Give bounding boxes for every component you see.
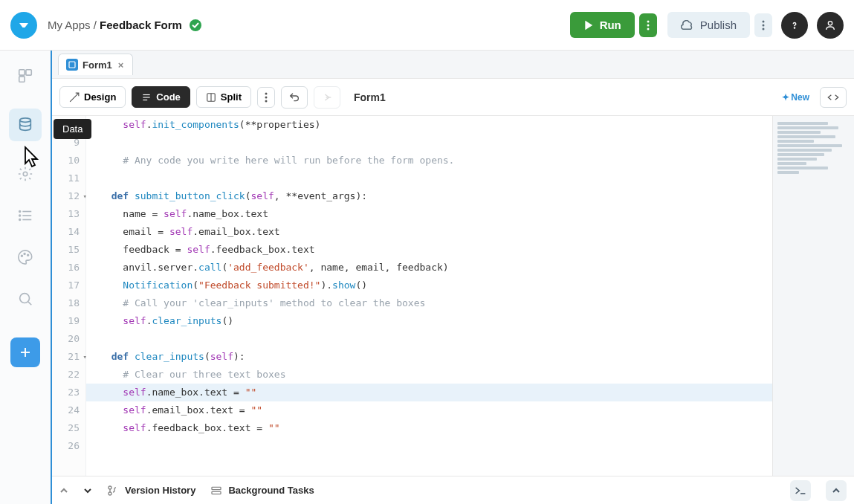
- header: My Apps / Feedback Form Run Publish: [0, 0, 854, 51]
- split-button[interactable]: Split: [196, 86, 251, 108]
- svg-point-21: [22, 255, 23, 256]
- help-button[interactable]: [781, 12, 808, 39]
- svg-point-6: [763, 24, 765, 26]
- code-line[interactable]: # Any code you write here will run befor…: [86, 152, 772, 169]
- design-button[interactable]: Design: [59, 86, 126, 108]
- expand-up-button[interactable]: [826, 480, 847, 501]
- svg-point-22: [24, 253, 25, 255]
- gutter-line: 17: [52, 277, 80, 294]
- gutter-line: 21: [52, 348, 80, 366]
- code-line[interactable]: self.clear_inputs(): [86, 312, 772, 330]
- breadcrumb-app-name[interactable]: Feedback Form: [100, 19, 182, 31]
- svg-point-14: [23, 172, 28, 176]
- breadcrumb-root[interactable]: My Apps: [48, 19, 91, 31]
- sidebar-list-icon[interactable]: [16, 207, 34, 224]
- code-line[interactable]: def submit_button_click(self, **event_ar…: [86, 187, 772, 205]
- svg-point-24: [20, 294, 30, 303]
- publish-menu-button[interactable]: [754, 13, 772, 37]
- tab-form1[interactable]: Form1 ×: [58, 54, 133, 75]
- code-line[interactable]: [86, 134, 772, 152]
- run-button[interactable]: Run: [570, 12, 635, 38]
- gutter-line: 24: [52, 401, 80, 419]
- form-icon: [66, 59, 78, 71]
- tab-close-icon[interactable]: ×: [117, 59, 126, 71]
- sidebar-data-icon[interactable]: [9, 109, 42, 141]
- code-line[interactable]: feedback = self.feedback_box.text: [86, 241, 772, 259]
- gutter-line: 16: [52, 259, 80, 277]
- code-line[interactable]: [86, 169, 772, 187]
- svg-point-35: [265, 96, 268, 98]
- status-check-icon: [190, 19, 201, 31]
- gutter-line: 19: [52, 312, 80, 330]
- sidebar-settings-icon[interactable]: [16, 165, 34, 183]
- code-line[interactable]: # Call your 'clear_inputs' method to cle…: [86, 294, 772, 312]
- code-area[interactable]: self.init_components(**properties) # Any…: [86, 116, 772, 476]
- gutter-line: 20: [52, 330, 80, 348]
- sidebar-add-button[interactable]: [10, 337, 40, 367]
- svg-point-8: [794, 27, 795, 28]
- sidebar-search-icon[interactable]: [16, 290, 34, 308]
- collapse-up-icon[interactable]: [59, 486, 68, 495]
- svg-point-7: [763, 28, 765, 30]
- code-line[interactable]: [86, 437, 772, 455]
- svg-point-23: [28, 254, 29, 256]
- svg-line-25: [28, 302, 31, 305]
- code-line[interactable]: [86, 330, 772, 348]
- toolbar-more-button[interactable]: [257, 87, 275, 108]
- gutter: 91011121314151617181920212223242526: [52, 116, 86, 476]
- code-line[interactable]: def clear_inputs(self):: [86, 348, 772, 366]
- gutter-line: 15: [52, 241, 80, 259]
- breadcrumb: My Apps / Feedback Form: [48, 19, 182, 31]
- code-line[interactable]: self.email_box.text = "": [86, 401, 772, 419]
- svg-rect-40: [212, 487, 221, 489]
- minimap[interactable]: [772, 116, 854, 476]
- version-history-link[interactable]: Version History: [107, 485, 195, 497]
- gutter-line: 9: [52, 134, 80, 152]
- svg-point-3: [647, 24, 649, 26]
- gutter-line: [52, 116, 80, 134]
- toolbar: Design Code Split Form1 ✦ New: [52, 79, 854, 116]
- code-editor[interactable]: 91011121314151617181920212223242526 self…: [52, 116, 772, 476]
- code-line[interactable]: self.feedback_box.text = "": [86, 419, 772, 437]
- svg-marker-1: [586, 21, 592, 29]
- code-embed-button[interactable]: [820, 87, 847, 108]
- svg-point-18: [19, 211, 21, 213]
- svg-point-4: [647, 28, 649, 30]
- svg-rect-10: [19, 70, 25, 75]
- tab-row: Form1 ×: [52, 51, 854, 79]
- gutter-line: 26: [52, 437, 80, 455]
- gutter-line: 10: [52, 152, 80, 169]
- svg-point-19: [19, 215, 21, 216]
- code-line[interactable]: self.name_box.text = "": [86, 384, 772, 401]
- code-line[interactable]: Notification("Feedback submitted!").show…: [86, 277, 772, 294]
- gutter-line: 23: [52, 384, 80, 401]
- gutter-line: 18: [52, 294, 80, 312]
- sidebar-theme-icon[interactable]: [16, 248, 34, 266]
- form-name-label: Form1: [354, 91, 386, 103]
- svg-point-38: [109, 486, 111, 489]
- code-line[interactable]: # Clear our three text boxes: [86, 366, 772, 384]
- svg-point-13: [20, 118, 31, 123]
- code-line[interactable]: self.init_components(**properties): [86, 116, 772, 134]
- run-menu-button[interactable]: [639, 13, 657, 37]
- redo-button[interactable]: [314, 86, 340, 109]
- background-tasks-link[interactable]: Background Tasks: [210, 485, 314, 497]
- code-line[interactable]: anvil.server.call('add_feedback', name, …: [86, 259, 772, 277]
- code-line[interactable]: email = self.email_box.text: [86, 223, 772, 241]
- gutter-line: 11: [52, 169, 80, 187]
- svg-rect-41: [212, 491, 221, 494]
- gutter-line: 25: [52, 419, 80, 437]
- publish-button[interactable]: Publish: [667, 12, 750, 38]
- collapse-down-icon[interactable]: [83, 486, 92, 495]
- svg-point-9: [828, 21, 832, 25]
- code-button[interactable]: Code: [132, 86, 190, 108]
- logo-icon[interactable]: [10, 12, 37, 39]
- svg-point-36: [265, 100, 268, 102]
- undo-button[interactable]: [281, 86, 308, 109]
- svg-point-34: [265, 92, 268, 94]
- account-button[interactable]: [817, 12, 844, 39]
- console-button[interactable]: [790, 480, 811, 501]
- sidebar-forms-icon[interactable]: [16, 67, 34, 85]
- code-line[interactable]: name = self.name_box.text: [86, 205, 772, 223]
- new-button[interactable]: ✦ New: [782, 92, 809, 103]
